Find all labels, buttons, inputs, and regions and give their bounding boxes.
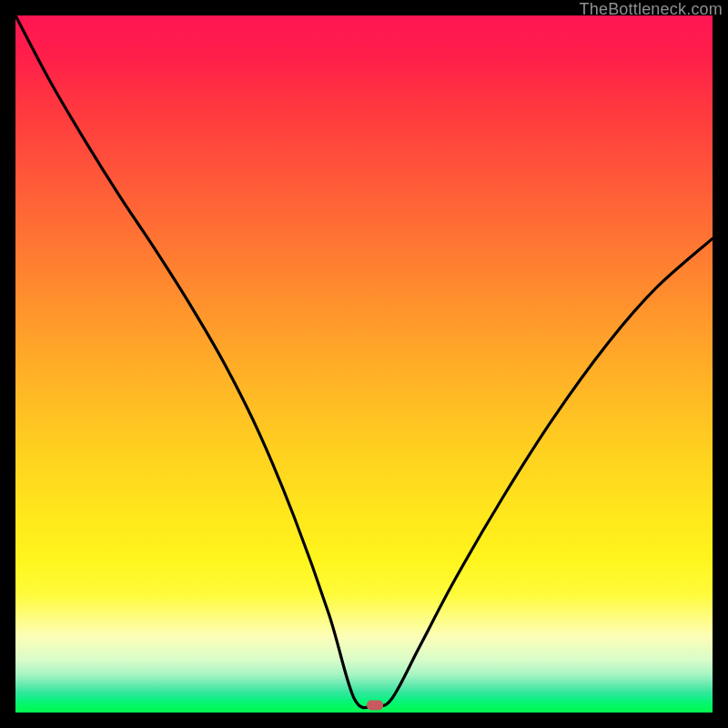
min-marker — [367, 700, 383, 710]
watermark-text: TheBottleneck.com — [580, 0, 723, 19]
gradient-plot-area — [15, 15, 713, 713]
chart-frame: TheBottleneck.com — [0, 0, 728, 728]
bottleneck-curve — [15, 15, 713, 713]
